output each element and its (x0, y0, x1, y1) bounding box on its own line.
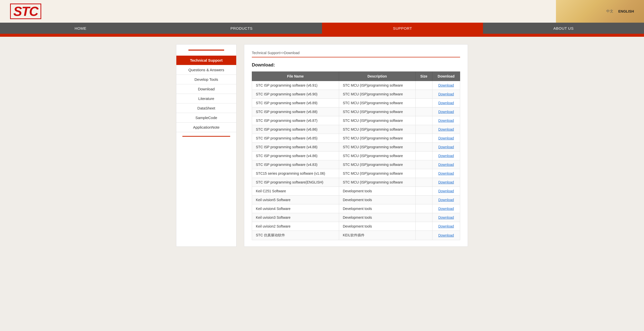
accent-bar (0, 34, 644, 37)
cell-filename: STC ISP programming software (v6.87) (252, 116, 339, 125)
cell-size (416, 107, 432, 116)
table-row: Keil C251 Software Development tools Dow… (252, 187, 460, 196)
cell-download-link[interactable]: Download (432, 152, 460, 160)
lang-chinese[interactable]: 中文 (606, 9, 613, 14)
cell-filename: Keil uvision3 Software (252, 213, 339, 222)
cell-download-link[interactable]: Download (432, 107, 460, 116)
cell-description: Development tools (339, 222, 415, 231)
cell-description: Development tools (339, 187, 415, 196)
cell-size (416, 196, 432, 204)
col-header-download: Download (432, 72, 460, 81)
header: STC 中文 ENGLISH (0, 0, 644, 23)
cell-filename: STC ISP programming software (v6.88) (252, 107, 339, 116)
cell-download-link[interactable]: Download (432, 222, 460, 231)
cell-filename: STC ISP programming software (v6.85) (252, 134, 339, 143)
table-row: STC ISP programming software (v6.86) STC… (252, 125, 460, 134)
cell-description: STC MCU (ISP)programming software (339, 152, 415, 160)
cell-description: KEIL软件插件 (339, 231, 415, 240)
table-row: STC ISP programming software (v4.88) STC… (252, 143, 460, 152)
cell-download-link[interactable]: Download (432, 187, 460, 196)
cell-download-link[interactable]: Download (432, 213, 460, 222)
cell-download-link[interactable]: Download (432, 204, 460, 213)
table-row: STC15 series programming software (v1.06… (252, 169, 460, 178)
logo: STC (10, 4, 41, 19)
cell-size (416, 222, 432, 231)
sidebar: Technical Support Questions & Answers De… (176, 44, 236, 247)
cell-filename: STC15 series programming software (v1.06… (252, 169, 339, 178)
nav-about[interactable]: ABOUT US (483, 23, 644, 34)
cell-download-link[interactable]: Download (432, 178, 460, 187)
sidebar-item-applicationnote[interactable]: ApplicationNote (176, 123, 236, 132)
cell-size (416, 99, 432, 107)
sidebar-item-technical-support[interactable]: Technical Support (176, 56, 236, 65)
cell-filename: STC ISP programming software (v4.83) (252, 160, 339, 169)
nav-support[interactable]: SUPPORT (322, 23, 483, 34)
sidebar-bottom-bar (182, 136, 230, 137)
table-row: STC ISP programming software (v6.91) STC… (252, 81, 460, 90)
cell-description: STC MCU (ISP)programming software (339, 169, 415, 178)
cell-description: STC MCU (ISP)programming software (339, 90, 415, 99)
cell-filename: Keil uvision2 Software (252, 222, 339, 231)
cell-download-link[interactable]: Download (432, 116, 460, 125)
download-table: File Name Description Size Download STC … (252, 71, 460, 240)
cell-size (416, 134, 432, 143)
table-row: STC ISP programming software (v6.88) STC… (252, 107, 460, 116)
cell-description: Development tools (339, 196, 415, 204)
cell-filename: STC ISP programming software (v6.86) (252, 125, 339, 134)
cell-description: Development tools (339, 204, 415, 213)
cell-filename: STC ISP programming software (v6.89) (252, 99, 339, 107)
table-row: STC ISP programming software(ENGLISH) ST… (252, 178, 460, 187)
cell-size (416, 90, 432, 99)
cell-download-link[interactable]: Download (432, 143, 460, 152)
table-row: STC ISP programming software (v4.83) STC… (252, 160, 460, 169)
sidebar-item-literature[interactable]: Literature (176, 94, 236, 103)
lang-english[interactable]: ENGLISH (618, 9, 634, 13)
sidebar-item-questions-answers[interactable]: Questions & Answers (176, 65, 236, 75)
cell-size (416, 81, 432, 90)
cell-download-link[interactable]: Download (432, 160, 460, 169)
table-row: STC ISP programming software (v4.86) STC… (252, 152, 460, 160)
cell-download-link[interactable]: Download (432, 90, 460, 99)
sidebar-item-datasheet[interactable]: DataSheet (176, 103, 236, 113)
cell-download-link[interactable]: Download (432, 196, 460, 204)
cell-description: STC MCU (ISP)programming software (339, 125, 415, 134)
cell-description: STC MCU (ISP)programming software (339, 81, 415, 90)
table-row: STC ISP programming software (v6.87) STC… (252, 116, 460, 125)
cell-download-link[interactable]: Download (432, 125, 460, 134)
nav-home[interactable]: HOME (0, 23, 161, 34)
cell-description: STC MCU (ISP)programming software (339, 134, 415, 143)
cell-download-link[interactable]: Download (432, 134, 460, 143)
table-row: STC ISP programming software (v6.90) STC… (252, 90, 460, 99)
cell-filename: STC ISP programming software (v6.91) (252, 81, 339, 90)
cell-size (416, 213, 432, 222)
cell-download-link[interactable]: Download (432, 81, 460, 90)
sidebar-item-samplecode[interactable]: SampleCode (176, 113, 236, 123)
cell-description: STC MCU (ISP)programming software (339, 178, 415, 187)
table-row: Keil uvision2 Software Development tools… (252, 222, 460, 231)
cell-description: STC MCU (ISP)programming software (339, 160, 415, 169)
sidebar-item-download[interactable]: Download (176, 84, 236, 94)
table-row: STC ISP programming software (v6.89) STC… (252, 99, 460, 107)
breadcrumb: Technical Support>>Download (252, 51, 460, 55)
sidebar-top-bar (188, 50, 224, 51)
table-row: Keil uvision4 Software Development tools… (252, 204, 460, 213)
cell-download-link[interactable]: Download (432, 231, 460, 240)
cell-description: STC MCU (ISP)programming software (339, 99, 415, 107)
content-area: Technical Support>>Download Download: Fi… (244, 44, 468, 247)
main-content: Technical Support Questions & Answers De… (146, 37, 498, 254)
cell-size (416, 125, 432, 134)
cell-size (416, 187, 432, 196)
cell-filename: STC ISP programming software (v4.88) (252, 143, 339, 152)
cell-size (416, 231, 432, 240)
cell-filename: STC ISP programming software (v4.86) (252, 152, 339, 160)
cell-filename: Keil C251 Software (252, 187, 339, 196)
nav-products[interactable]: PRODUCTS (161, 23, 322, 34)
cell-filename: Keil uvision4 Software (252, 204, 339, 213)
table-row: Keil uvision5 Software Development tools… (252, 196, 460, 204)
breadcrumb-line (252, 57, 460, 57)
cell-download-link[interactable]: Download (432, 169, 460, 178)
cell-filename: Keil uvision5 Software (252, 196, 339, 204)
cell-size (416, 152, 432, 160)
sidebar-item-develop-tools[interactable]: Develop Tools (176, 75, 236, 84)
cell-download-link[interactable]: Download (432, 99, 460, 107)
